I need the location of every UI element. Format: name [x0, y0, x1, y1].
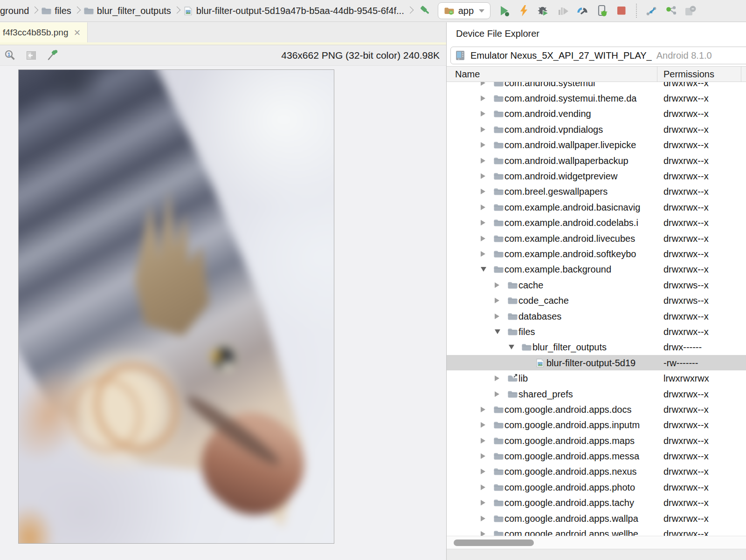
- build-hammer-icon[interactable]: [418, 5, 430, 17]
- tree-row[interactable]: com.android.systemuidrwxrwx--x: [447, 82, 746, 90]
- folder-icon: [493, 250, 504, 258]
- blurred-fish-image[interactable]: [18, 69, 334, 544]
- tree-row[interactable]: com.google.android.apps.tachydrwxrwx--x: [447, 495, 746, 511]
- expand-arrow-icon[interactable]: [481, 485, 485, 490]
- expand-arrow-icon[interactable]: [481, 407, 485, 412]
- vcs-update-icon[interactable]: [645, 5, 657, 17]
- device-os-version: Android 8.1.0: [656, 50, 712, 61]
- tree-row[interactable]: code_cachedrwxrws--x: [447, 293, 746, 308]
- debug-icon[interactable]: [537, 5, 549, 17]
- tab-image-file[interactable]: f4f3cc4b85b.png ×: [0, 22, 88, 42]
- actual-size-icon[interactable]: 1: [4, 49, 16, 61]
- vcs-commit-icon[interactable]: [665, 5, 677, 17]
- breadcrumb-item[interactable]: files: [41, 6, 71, 16]
- breadcrumb-item[interactable]: blur-filter-output-5d19a47b-b5aa-44db-95…: [183, 6, 404, 16]
- expand-arrow-icon[interactable]: [495, 391, 499, 397]
- diff-icon[interactable]: [684, 5, 697, 17]
- column-divider[interactable]: [657, 67, 657, 82]
- expand-arrow-icon[interactable]: [481, 251, 485, 257]
- stop-icon[interactable]: [615, 5, 628, 17]
- tree-row[interactable]: com.example.backgrounddrwxrwx--x: [447, 262, 746, 277]
- folder-icon: [507, 312, 518, 321]
- tree-row[interactable]: com.google.android.apps.nexusdrwxrwx--x: [447, 464, 746, 479]
- expand-arrow-icon[interactable]: [495, 298, 499, 303]
- apply-changes-icon[interactable]: [518, 5, 530, 17]
- tree-row[interactable]: com.android.vendingdrwxrwx--x: [447, 106, 746, 122]
- tree-row[interactable]: com.google.android.apps.wellbedrwxrwx--x: [447, 526, 746, 537]
- tree-row[interactable]: com.android.vpndialogsdrwxrwx--x: [447, 122, 746, 137]
- expand-arrow-icon[interactable]: [481, 158, 485, 164]
- file-name: com.google.android.apps.nexus: [504, 466, 637, 477]
- app-module-icon: [444, 7, 454, 15]
- tree-row[interactable]: filesdrwxrwx--x: [447, 324, 746, 339]
- file-permissions: drwxrws--x: [663, 295, 709, 306]
- tree-row[interactable]: cachedrwxrws--x: [447, 277, 746, 293]
- close-icon[interactable]: ×: [74, 28, 81, 37]
- expand-arrow-icon[interactable]: [481, 111, 485, 116]
- scrollbar-thumb[interactable]: [454, 540, 534, 546]
- tree-row[interactable]: databasesdrwxrwx--x: [447, 308, 746, 324]
- expand-arrow-icon[interactable]: [481, 236, 485, 241]
- tree-row[interactable]: com.example.android.livecubesdrwxrwx--x: [447, 231, 746, 246]
- run-profiled-icon[interactable]: [557, 5, 569, 17]
- breadcrumb-chevron-icon: [404, 5, 416, 17]
- tree-row[interactable]: com.android.systemui.theme.dadrwxrwx--x: [447, 90, 746, 106]
- tree-row[interactable]: com.breel.geswallpapersdrwxrwx--x: [447, 184, 746, 199]
- tree-row[interactable]: com.example.android.softkeybodrwxrwx--x: [447, 246, 746, 261]
- expand-arrow-icon[interactable]: [495, 314, 499, 319]
- tree-row[interactable]: com.google.android.apps.photodrwxrwx--x: [447, 479, 746, 495]
- expand-arrow-icon[interactable]: [481, 469, 485, 474]
- column-divider[interactable]: [741, 67, 741, 82]
- folder-icon: [507, 296, 518, 305]
- tree-row[interactable]: blur-filter-output-5d19-rw-------: [447, 355, 746, 370]
- tree-row[interactable]: com.google.android.apps.messadrwxrwx--x: [447, 448, 746, 464]
- tree-row[interactable]: com.google.android.apps.wallpadrwxrwx--x: [447, 511, 746, 526]
- tree-row[interactable]: com.android.widgetpreviewdrwxrwx--x: [447, 168, 746, 184]
- file-name: com.example.background: [504, 264, 611, 275]
- expand-arrow-icon[interactable]: [481, 142, 485, 148]
- tree-row[interactable]: liblrwxrwxrwx: [447, 370, 746, 386]
- expand-arrow-icon[interactable]: [481, 516, 485, 521]
- horizontal-scrollbar[interactable]: [447, 536, 746, 549]
- breadcrumb-item[interactable]: blur_filter_outputs: [83, 6, 171, 16]
- expand-arrow-icon[interactable]: [481, 82, 485, 86]
- expand-arrow-icon[interactable]: [481, 220, 485, 225]
- expand-arrow-icon[interactable]: [481, 173, 485, 179]
- expand-arrow-icon[interactable]: [481, 189, 485, 194]
- tree-row[interactable]: com.android.wallpaper.livepickedrwxrwx--…: [447, 137, 746, 153]
- collapse-arrow-icon[interactable]: [481, 267, 486, 272]
- toolbar-actions: app: [418, 2, 697, 19]
- tree-row[interactable]: com.android.wallpaperbackupdrwxrwx--x: [447, 153, 746, 168]
- color-picker-icon[interactable]: [47, 49, 59, 61]
- attach-debugger-icon[interactable]: [596, 5, 608, 17]
- run-config-selector[interactable]: app: [438, 2, 490, 19]
- expand-arrow-icon[interactable]: [481, 422, 485, 428]
- device-selector[interactable]: Emulator Nexus_5X_API_27_WITH_PLAY_ Andr…: [450, 47, 746, 64]
- fit-to-window-icon[interactable]: [25, 49, 37, 61]
- expand-arrow-icon[interactable]: [481, 205, 485, 210]
- tree-row[interactable]: shared_prefsdrwxrwx--x: [447, 386, 746, 402]
- file-permissions: lrwxrwxrwx: [663, 373, 709, 384]
- expand-arrow-icon[interactable]: [481, 127, 485, 132]
- expand-arrow-icon[interactable]: [495, 376, 499, 381]
- tree-row[interactable]: blur_filter_outputsdrwx------: [447, 340, 746, 355]
- folder-icon: [507, 281, 518, 289]
- collapse-arrow-icon[interactable]: [495, 329, 500, 334]
- tree-row[interactable]: com.example.android.basicnavigdrwxrwx--x: [447, 199, 746, 215]
- profiler-icon[interactable]: [576, 5, 588, 17]
- expand-arrow-icon[interactable]: [481, 438, 485, 444]
- expand-arrow-icon[interactable]: [481, 96, 485, 101]
- expand-arrow-icon[interactable]: [481, 500, 485, 505]
- run-icon[interactable]: [498, 5, 510, 17]
- expand-arrow-icon[interactable]: [495, 282, 499, 288]
- image-viewer-toolbar: 1 436x662 PNG (32-bit color) 240.98K: [0, 45, 446, 66]
- file-permissions: drwxrwx--x: [663, 404, 709, 415]
- breadcrumb-item[interactable]: ground: [0, 6, 29, 16]
- tree-row[interactable]: com.google.android.apps.docsdrwxrwx--x: [447, 402, 746, 417]
- tree-row[interactable]: com.google.android.apps.inputmdrwxrwx--x: [447, 417, 746, 433]
- tree-row[interactable]: com.example.android.codelabs.idrwxrwx--x: [447, 215, 746, 231]
- expand-arrow-icon[interactable]: [481, 453, 485, 459]
- tree-row[interactable]: com.google.android.apps.mapsdrwxrwx--x: [447, 433, 746, 448]
- file-permissions: drwxrwx--x: [663, 171, 709, 182]
- collapse-arrow-icon[interactable]: [509, 345, 514, 349]
